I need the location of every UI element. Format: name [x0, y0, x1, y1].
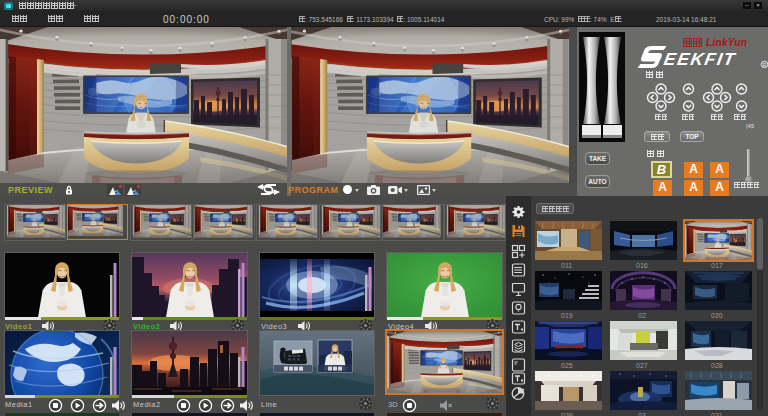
svg-text:EEKFIT: EEKFIT — [662, 49, 737, 69]
